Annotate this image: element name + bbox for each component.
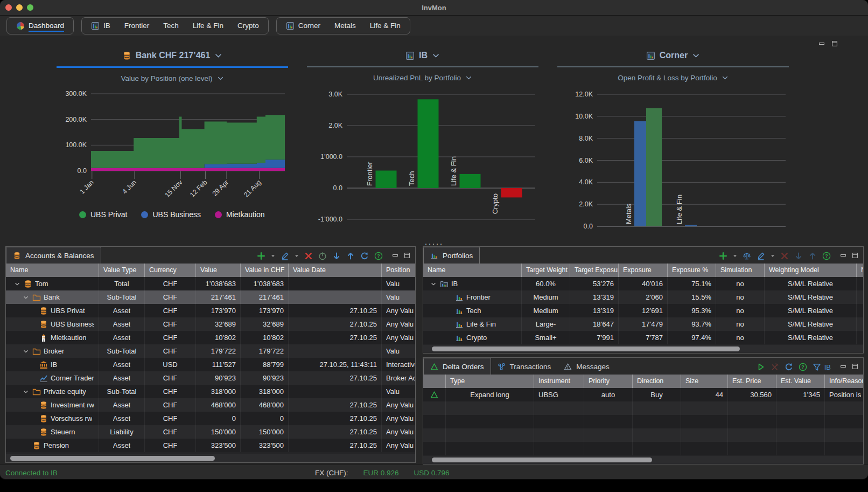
cancel-icon[interactable] <box>771 363 779 371</box>
column-header[interactable]: Value Date <box>289 264 382 277</box>
order-row[interactable] <box>423 428 863 442</box>
add-icon[interactable] <box>719 252 727 260</box>
scrollbar-thumb[interactable] <box>432 458 652 462</box>
panel-minimize-icon[interactable] <box>818 40 825 47</box>
chart-title-row[interactable]: IB <box>307 50 538 61</box>
expander-icon[interactable] <box>430 280 437 288</box>
horizontal-scrollbar[interactable] <box>423 345 863 353</box>
up-arrow-icon[interactable] <box>808 252 817 260</box>
add-icon[interactable] <box>257 252 265 260</box>
order-row[interactable]: Expand longUBSGautoBuy4430.5601’345Posit… <box>423 388 863 401</box>
table-row-bank[interactable]: BankSub-TotalCHF217’461217’461Valu <box>6 290 415 304</box>
expander-icon[interactable] <box>13 280 21 288</box>
panel-maximize-icon[interactable] <box>831 40 838 47</box>
column-header[interactable] <box>423 375 446 388</box>
up-arrow-icon[interactable] <box>346 252 355 260</box>
chevron-down-icon[interactable] <box>692 52 700 60</box>
table-row-ubs-privat[interactable]: UBS PrivatAssetCHF173’970173’97027.10.25… <box>6 304 415 317</box>
chevron-down-icon[interactable] <box>217 75 224 82</box>
expander-icon[interactable] <box>22 388 30 396</box>
column-header[interactable]: Direction <box>633 375 681 388</box>
tab-portfolios[interactable]: Portfolios <box>423 247 480 264</box>
table-row-vorschuss-rw[interactable]: Vorschuss rwAssetCHF0027.10.25Any Valu <box>6 412 415 425</box>
toolbar-tab-dashboard[interactable]: Dashboard <box>9 18 71 33</box>
table-row-corner-trader[interactable]: Corner TraderAssetCHF90’92390’92327.10.2… <box>6 371 415 385</box>
column-header[interactable]: Weighting Model <box>765 264 857 277</box>
column-header[interactable]: Name <box>423 264 522 277</box>
order-row[interactable] <box>423 415 863 428</box>
zoom-button[interactable] <box>27 4 33 11</box>
down-arrow-icon[interactable] <box>794 252 803 260</box>
edit-icon[interactable] <box>757 252 765 260</box>
table-row-ubs-business[interactable]: UBS BusinessAssetCHF32’68932’68927.10.25… <box>6 317 415 331</box>
hold-icon[interactable] <box>318 252 327 260</box>
table-row-ib[interactable]: IB60.0%53’27640’01675.1%noS/M/L Relative <box>423 277 863 290</box>
edit-icon[interactable] <box>281 252 289 260</box>
column-header[interactable]: Value Type <box>99 264 145 277</box>
table-row-mietkaution[interactable]: MietkautionAssetCHF10’80210’80227.10.25A… <box>6 331 415 344</box>
scrollbar-thumb[interactable] <box>432 347 740 351</box>
column-header[interactable]: Target Weight <box>522 264 570 277</box>
table-row-steuern[interactable]: SteuernLiabilityCHF150’000150’00027.10.2… <box>6 425 415 439</box>
dropdown-caret-icon[interactable] <box>771 254 775 258</box>
dropdown-caret-icon[interactable] <box>271 254 275 258</box>
table-row-life-fin[interactable]: Life & FinLarge-18’64717’47993.7%noS/M/L… <box>423 317 863 331</box>
column-header[interactable]: Exposure <box>619 264 668 277</box>
tab-delta-orders[interactable]: Delta Orders <box>423 358 491 375</box>
table-row-private-equity[interactable]: Private equitySub-TotalCHF318’000318’000… <box>6 385 415 398</box>
chart-subtitle-row[interactable]: Open Profit & Loss by Portfolio <box>557 73 789 82</box>
column-header[interactable]: Value in CHF <box>241 264 289 277</box>
refresh-icon[interactable] <box>360 252 369 260</box>
chart-title-row[interactable]: Corner <box>557 50 789 61</box>
column-header[interactable]: Currency <box>145 264 196 277</box>
chevron-down-icon[interactable] <box>722 74 729 81</box>
delete-icon[interactable] <box>304 252 313 260</box>
chevron-down-icon[interactable] <box>465 74 472 81</box>
tab-accounts-balances[interactable]: Accounts & Balances <box>6 247 101 264</box>
column-header[interactable]: Info/Reason <box>825 375 864 388</box>
horizontal-scrollbar[interactable] <box>423 456 863 464</box>
toolbar-tab-corner[interactable]: Corner <box>279 18 327 33</box>
close-button[interactable] <box>5 4 12 11</box>
column-header[interactable]: Simulation <box>716 264 765 277</box>
chart-subtitle-row[interactable]: Value by Position (one level) <box>57 73 288 83</box>
column-header[interactable]: N <box>857 264 864 277</box>
toolbar-tab-metals[interactable]: Metals <box>327 18 363 33</box>
minimize-icon[interactable] <box>839 252 847 259</box>
tab-messages[interactable]: Messages <box>557 358 616 375</box>
horizontal-scrollbar[interactable] <box>6 454 415 462</box>
table-row-tech[interactable]: TechMedium13’31912’69195.3%noS/M/L Relat… <box>423 304 863 317</box>
minimize-icon[interactable] <box>391 252 399 259</box>
table-row-frontier[interactable]: FrontierMedium13’3192’06015.5%noS/M/L Re… <box>423 290 863 304</box>
dropdown-caret-icon[interactable] <box>733 254 737 258</box>
minimize-button[interactable] <box>16 4 23 11</box>
play-icon[interactable] <box>757 363 765 371</box>
order-row[interactable] <box>423 442 863 455</box>
tab-transactions[interactable]: Transactions <box>491 358 558 375</box>
delete-icon[interactable] <box>780 252 789 260</box>
scrollbar-thumb[interactable] <box>10 456 215 461</box>
table-row-tom[interactable]: TomTotalCHF1’038’6831’038’683Valu <box>6 277 415 290</box>
help-icon[interactable]: ? <box>799 363 807 371</box>
column-header[interactable]: Est. Price <box>728 375 776 388</box>
column-header[interactable]: Name <box>6 264 99 277</box>
expander-icon[interactable] <box>22 348 30 355</box>
maximize-icon[interactable] <box>851 363 859 370</box>
chevron-down-icon[interactable] <box>432 52 440 60</box>
toolbar-tab-frontier[interactable]: Frontier <box>117 18 157 33</box>
chart-title-row[interactable]: Bank CHF 217’461 <box>57 50 288 61</box>
column-header[interactable]: Position <box>382 264 416 277</box>
column-header[interactable]: Size <box>681 375 728 388</box>
order-row[interactable] <box>423 401 863 415</box>
toolbar-tab-life-fin[interactable]: Life & Fin <box>363 18 408 33</box>
chart-subtitle-row[interactable]: Unrealized PnL by Portfolio <box>307 73 538 82</box>
toolbar-tab-life-fin[interactable]: Life & Fin <box>186 18 230 33</box>
toolbar-tab-ib[interactable]: IB <box>84 18 117 33</box>
expander-icon[interactable] <box>22 294 30 301</box>
toolbar-tab-crypto[interactable]: Crypto <box>230 18 266 33</box>
help-icon[interactable]: ? <box>822 252 831 260</box>
maximize-icon[interactable] <box>403 252 411 259</box>
refresh-icon[interactable] <box>785 363 793 371</box>
chevron-down-icon[interactable] <box>214 52 222 60</box>
table-row-investment-rw[interactable]: Investment rwAssetCHF468’000468’00027.10… <box>6 398 415 412</box>
